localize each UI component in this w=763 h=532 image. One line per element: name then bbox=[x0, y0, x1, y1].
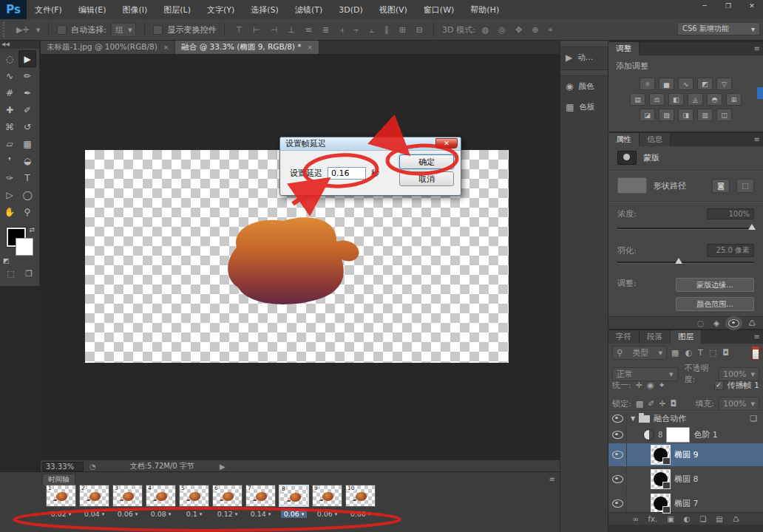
ellipse-tool[interactable]: ◯ bbox=[18, 186, 36, 203]
close-icon[interactable]: × bbox=[163, 44, 169, 51]
pen-tool[interactable]: ✑ bbox=[1, 169, 18, 186]
visibility-eye-icon[interactable] bbox=[612, 499, 623, 508]
levels-mask-thumbnail[interactable] bbox=[666, 427, 690, 443]
align-icon[interactable]: ⫟ bbox=[352, 25, 362, 35]
align-icon[interactable]: ⫠ bbox=[367, 25, 376, 35]
collapse-toolbar-button[interactable]: ◀◀ bbox=[0, 41, 39, 49]
load-selection-icon[interactable]: ◌ bbox=[697, 318, 705, 328]
tab-layers[interactable]: 图层 bbox=[671, 330, 702, 344]
auto-select-checkbox[interactable] bbox=[57, 25, 67, 35]
menu-item[interactable]: 选择(S) bbox=[243, 4, 287, 16]
frame-thumbnail[interactable]: 6 bbox=[212, 485, 243, 507]
frame-thumbnail[interactable]: 9 bbox=[312, 485, 342, 507]
visibility-eye-icon[interactable] bbox=[612, 431, 623, 439]
layer-name[interactable]: 椭圆 7 bbox=[674, 498, 699, 509]
zoom-level-field[interactable]: 33.33% bbox=[42, 462, 84, 471]
frame-delay-dropdown[interactable]: 0.02 ▾ bbox=[48, 510, 75, 518]
layer-name[interactable]: 色阶 1 bbox=[694, 429, 718, 440]
layer-thumbnail[interactable] bbox=[651, 445, 671, 465]
animation-frame[interactable]: 2 0.04 ▾ bbox=[78, 485, 111, 518]
layer-name[interactable]: 椭圆 9 bbox=[674, 449, 699, 460]
frame-delay-dropdown[interactable]: 0.06 ▾ bbox=[314, 510, 341, 518]
unify-icon[interactable]: ✦ bbox=[659, 381, 665, 390]
animation-frame[interactable]: 9 0.06 ▾ bbox=[311, 485, 344, 518]
new-adjustment-icon[interactable]: ◐ bbox=[684, 515, 691, 523]
add-mask-icon[interactable]: ◙ bbox=[712, 179, 730, 193]
selective-color-icon[interactable]: ◫ bbox=[716, 109, 732, 121]
filter-kind-icon[interactable]: ◐ bbox=[685, 348, 692, 358]
menu-item[interactable]: 图层(L) bbox=[155, 4, 199, 16]
frame-delay-dropdown[interactable]: 0.06 ▾ bbox=[115, 510, 141, 518]
align-icon[interactable]: ⊤ bbox=[233, 25, 245, 35]
panel-menu-icon[interactable]: ≡ bbox=[549, 475, 555, 483]
dodge-tool[interactable]: ◒ bbox=[18, 152, 36, 169]
menu-item[interactable]: 文字(Y) bbox=[199, 4, 243, 16]
align-icon[interactable]: ⊥ bbox=[285, 25, 297, 35]
invert-icon[interactable]: ◪ bbox=[640, 109, 655, 121]
unify-icon[interactable]: ✛ bbox=[636, 381, 642, 390]
animation-frame[interactable]: 6 0.12 ▾ bbox=[211, 485, 244, 518]
frame-delay-dropdown[interactable]: 0.14 ▾ bbox=[248, 510, 274, 518]
exposure-icon[interactable]: ◩ bbox=[697, 78, 713, 90]
path-operations-icon[interactable]: ⬚ bbox=[736, 179, 754, 193]
new-layer-icon[interactable]: ▤ bbox=[716, 515, 722, 523]
link-layers-icon[interactable]: ∞ bbox=[632, 515, 638, 523]
document-tab-untitled[interactable]: 未标题-1.jpg @ 100%(RGB/8) × bbox=[41, 41, 175, 54]
animation-frame[interactable]: 4 0.08 ▾ bbox=[144, 485, 177, 518]
frame-delay-dropdown[interactable]: 0.04 ▾ bbox=[81, 510, 108, 518]
frame-thumbnail[interactable]: 3 bbox=[112, 485, 143, 507]
eraser-tool[interactable]: ▱ bbox=[1, 135, 18, 152]
frame-thumbnail[interactable]: 2 bbox=[79, 485, 109, 507]
zoom-tool[interactable]: ⚲ bbox=[18, 203, 36, 220]
align-icon[interactable]: ∥ bbox=[382, 25, 391, 35]
animation-frame[interactable]: 3 0.06 ▾ bbox=[111, 485, 144, 518]
curves-icon[interactable]: ∿ bbox=[678, 78, 694, 90]
default-colors-icon[interactable]: ◩ bbox=[3, 257, 10, 265]
dialog-title[interactable]: 设置帧延迟 bbox=[280, 137, 461, 151]
filter-kind-icon[interactable]: ⬚ bbox=[709, 348, 716, 358]
new-group-icon[interactable]: ❏ bbox=[699, 515, 706, 523]
animation-frame[interactable]: 1 0.02 ▾ bbox=[44, 485, 78, 518]
screen-mode-icon[interactable]: ❐ bbox=[25, 269, 33, 279]
layer-filter-switch[interactable] bbox=[752, 347, 759, 360]
gradient-map-icon[interactable]: ▥ bbox=[697, 109, 713, 121]
frame-thumbnail[interactable]: 10 bbox=[345, 485, 376, 507]
levels-icon[interactable]: ▅ bbox=[659, 78, 674, 90]
frame-delay-dropdown[interactable]: 0.12 ▾ bbox=[214, 510, 241, 518]
mask-edge-button[interactable]: 蒙版边缘... bbox=[676, 278, 754, 292]
menu-item[interactable]: 视图(V) bbox=[371, 4, 416, 16]
auto-select-dropdown[interactable]: 组 ▾ bbox=[111, 23, 137, 37]
lock-icon[interactable]: ◘ bbox=[671, 399, 677, 409]
menu-item[interactable]: 3D(D) bbox=[330, 5, 371, 15]
frame-thumbnail[interactable]: 5 bbox=[179, 485, 209, 507]
blend-mode-dropdown[interactable]: 正常 ▾ bbox=[612, 367, 678, 381]
3d-mode-icon[interactable]: ⊕ bbox=[529, 25, 540, 35]
tab-info[interactable]: 信息 bbox=[640, 133, 671, 146]
opacity-dropdown[interactable]: 100% ▾ bbox=[719, 367, 759, 381]
filter-kind-icon[interactable]: ◘ bbox=[722, 348, 729, 358]
mask-link-icon[interactable]: 8 bbox=[658, 431, 662, 439]
posterize-icon[interactable]: ▨ bbox=[659, 109, 674, 121]
show-transform-checkbox[interactable] bbox=[153, 25, 163, 35]
crop-tool[interactable]: # bbox=[1, 84, 18, 101]
tab-adjustments[interactable]: 调整 bbox=[608, 42, 640, 55]
propagate-frame-checkbox[interactable]: ✓ bbox=[714, 381, 724, 390]
status-arrow-icon[interactable]: ▶ bbox=[220, 463, 225, 471]
hue-saturation-icon[interactable]: ▤ bbox=[630, 93, 645, 106]
animation-frame[interactable]: 5 0.1 ▾ bbox=[177, 485, 211, 518]
layer-row-ellipse9[interactable]: 椭圆 9 bbox=[608, 443, 763, 466]
background-color-swatch[interactable] bbox=[16, 238, 33, 256]
vibrance-icon[interactable]: ▽ bbox=[716, 78, 732, 90]
tab-character[interactable]: 字符 bbox=[608, 330, 640, 344]
3d-mode-icon[interactable]: ◎ bbox=[496, 25, 508, 35]
close-icon[interactable]: ✕ bbox=[745, 2, 759, 10]
frame-delay-dropdown[interactable]: 0.1 ▾ bbox=[183, 510, 206, 518]
gradient-tool[interactable]: ▦ bbox=[18, 135, 36, 152]
feather-slider[interactable] bbox=[617, 262, 754, 264]
density-value[interactable]: 100% bbox=[707, 208, 754, 219]
trash-icon[interactable]: ♺ bbox=[748, 318, 756, 328]
3d-mode-icon[interactable]: ⌖ bbox=[546, 25, 555, 35]
document-tab-ronghe[interactable]: 融合 @ 33.3% (椭圆 9, RGB/8) * × bbox=[175, 41, 319, 54]
menu-item[interactable]: 窗口(W) bbox=[416, 4, 462, 16]
timeline-tab[interactable]: 时间轴 bbox=[42, 474, 75, 485]
